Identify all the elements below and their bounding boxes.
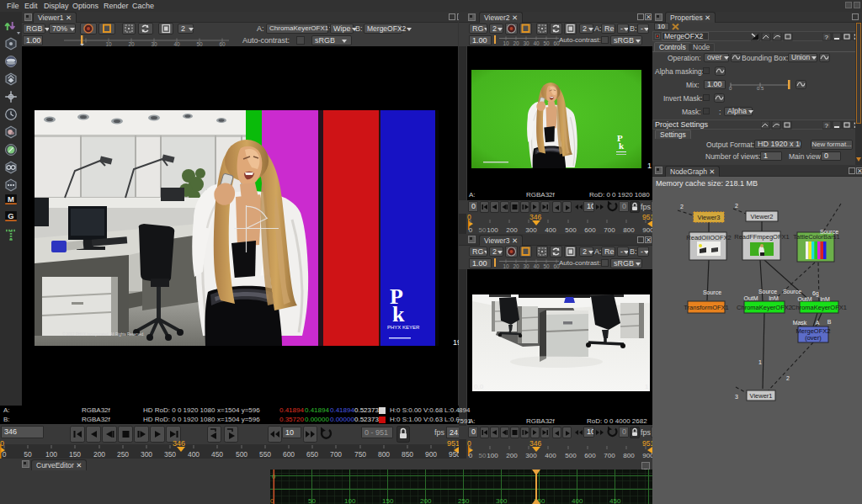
svg-text:400: 400: [545, 452, 556, 459]
svg-text:150: 150: [69, 450, 81, 459]
svg-text:100: 100: [344, 497, 356, 504]
svg-text:ChromaKeyerOFX1: ChromaKeyerOFX1: [791, 304, 847, 311]
svg-text:B: B: [827, 319, 832, 325]
svg-text:650: 650: [306, 450, 318, 459]
svg-text:200: 200: [420, 497, 432, 504]
svg-text:450: 450: [211, 450, 223, 459]
svg-text:Source: Source: [703, 289, 721, 295]
svg-text:Source: Source: [758, 289, 777, 294]
svg-text:200: 200: [506, 452, 518, 459]
svg-text:0: 0: [469, 452, 473, 459]
svg-text:50: 50: [24, 450, 32, 459]
svg-text:Source: Source: [820, 229, 838, 235]
svg-text:550: 550: [259, 450, 271, 459]
svg-text:2: 2: [735, 203, 738, 209]
svg-text:0,0: 0,0: [474, 383, 484, 390]
svg-text:951: 951: [642, 213, 652, 221]
svg-text:G: G: [8, 212, 13, 220]
svg-text:600: 600: [283, 450, 295, 459]
svg-text:10: 10: [503, 40, 509, 46]
svg-text:0: 0: [729, 86, 732, 90]
svg-text:ReadFFmpegOFX1: ReadFFmpegOFX1: [734, 233, 789, 241]
svg-text:300: 300: [141, 450, 152, 459]
svg-text:500: 500: [565, 452, 577, 459]
svg-text:OutM: OutM: [797, 296, 811, 302]
svg-text:100: 100: [487, 452, 498, 459]
svg-text:40: 40: [533, 40, 540, 46]
svg-text:1: 1: [758, 359, 762, 365]
svg-text:600: 600: [584, 452, 596, 459]
svg-text:600: 600: [584, 226, 596, 233]
svg-text:951: 951: [447, 439, 459, 448]
svg-text:0: 0: [469, 226, 473, 233]
svg-text:400: 400: [545, 226, 556, 233]
svg-text:346: 346: [529, 213, 541, 221]
svg-text:30: 30: [523, 40, 529, 46]
svg-text:0.5: 0.5: [757, 86, 764, 90]
svg-text:10: 10: [503, 263, 509, 269]
svg-text:850: 850: [402, 450, 413, 459]
svg-text:346: 346: [173, 439, 185, 448]
svg-text:150: 150: [382, 497, 394, 504]
svg-text:InM: InM: [769, 295, 779, 301]
svg-text:ReadOIIOOFX2: ReadOIIOOFX2: [686, 234, 731, 241]
svg-text:200: 200: [93, 450, 105, 459]
svg-text:50: 50: [479, 226, 487, 233]
svg-text:20: 20: [513, 263, 519, 269]
svg-text:Viewer1: Viewer1: [750, 392, 773, 400]
svg-text:250: 250: [117, 450, 129, 459]
svg-text:OutM: OutM: [743, 295, 758, 301]
svg-text:Source: Source: [783, 289, 801, 294]
svg-text:400: 400: [188, 450, 200, 459]
svg-text:100: 100: [45, 450, 57, 459]
svg-text:500: 500: [565, 226, 577, 233]
svg-text:?: ?: [825, 34, 829, 41]
svg-text:450: 450: [609, 497, 621, 504]
svg-text:950: 950: [449, 450, 459, 459]
svg-text:© 2012 PHYX Incorporated. All: © 2012 PHYX Incorporated. All Rights Res…: [62, 332, 145, 337]
svg-text:100: 100: [487, 226, 498, 233]
svg-text:PHYX KEYER: PHYX KEYER: [387, 325, 420, 330]
svg-text:k: k: [392, 302, 405, 326]
svg-text:?: ?: [825, 122, 829, 130]
svg-text:951: 951: [642, 439, 652, 448]
svg-text:6g: 6g: [812, 290, 819, 297]
svg-text:700: 700: [604, 226, 615, 233]
svg-text:50: 50: [308, 497, 316, 504]
svg-text:346: 346: [529, 439, 541, 448]
svg-text:0: 0: [3, 450, 7, 459]
svg-text:700: 700: [604, 452, 615, 459]
svg-text:50: 50: [479, 452, 487, 459]
svg-text:500: 500: [236, 450, 247, 459]
svg-text:Memory cache size: 218.1 MB: Memory cache size: 218.1 MB: [656, 179, 758, 188]
svg-text:800: 800: [378, 450, 390, 459]
svg-text:900: 900: [425, 450, 437, 459]
svg-text:3: 3: [735, 394, 738, 400]
svg-text:30: 30: [523, 263, 529, 269]
svg-text:(over): (over): [805, 334, 822, 342]
svg-text:TransformOFX1: TransformOFX1: [684, 304, 728, 311]
svg-text:350: 350: [164, 450, 176, 459]
svg-text:A: A: [816, 320, 820, 326]
svg-text:40: 40: [533, 263, 540, 269]
svg-text:750: 750: [354, 450, 366, 459]
svg-text:900: 900: [642, 452, 652, 459]
svg-text:k: k: [619, 141, 625, 151]
svg-text:M: M: [8, 195, 14, 204]
svg-text:50: 50: [543, 40, 550, 46]
svg-text:400: 400: [572, 497, 583, 504]
svg-text:ChromaKeyerOFX2: ChromaKeyerOFX2: [737, 304, 792, 311]
svg-text:800: 800: [623, 226, 635, 233]
svg-text:InM: InM: [820, 296, 830, 302]
svg-text:300: 300: [525, 452, 537, 459]
svg-text:Mask: Mask: [793, 320, 807, 326]
svg-text:20: 20: [513, 40, 519, 46]
svg-text:200: 200: [506, 226, 518, 233]
svg-text:700: 700: [330, 450, 342, 459]
svg-text:50: 50: [543, 263, 550, 269]
svg-text:300: 300: [496, 497, 508, 504]
svg-text:900: 900: [642, 226, 652, 233]
svg-text:Viewer2: Viewer2: [751, 213, 774, 220]
svg-text:250: 250: [458, 497, 470, 504]
svg-text:2: 2: [786, 375, 790, 381]
